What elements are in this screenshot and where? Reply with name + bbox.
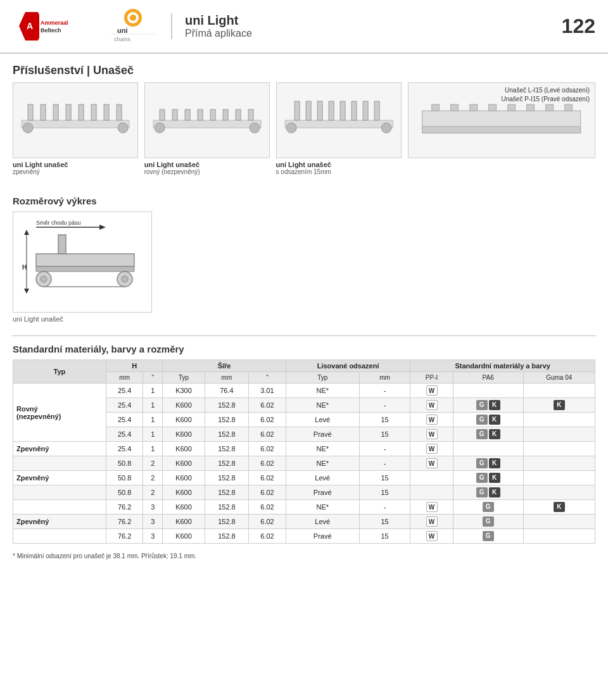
svg-text:uni: uni: [117, 27, 128, 34]
svg-rect-26: [198, 109, 203, 120]
th-typ: Typ: [13, 360, 106, 384]
cell-h-mm: 25.4: [106, 427, 143, 442]
product-label-1: uni Light unašeč zpevněný: [13, 161, 138, 175]
cell-lis-mm: 15: [359, 515, 410, 529]
th-guma: Guma 04: [523, 372, 595, 384]
th-sire-mm: mm: [205, 372, 249, 384]
footnote: * Minimální odsazení pro unašeč je 38.1 …: [0, 550, 608, 562]
svg-rect-11: [22, 120, 129, 128]
svg-rect-33: [285, 120, 393, 128]
cell-pa6: GK: [453, 413, 523, 427]
cell-ppi: [410, 471, 453, 485]
cell-type: [13, 500, 106, 515]
table-section: Standardní materiály, barvy a rozměry Ty…: [0, 344, 608, 550]
cell-lis-typ: Pravé: [286, 427, 359, 442]
cell-h-in: 1: [143, 442, 163, 456]
svg-rect-1: [39, 15, 87, 37]
cell-h-mm: 25.4: [106, 442, 143, 456]
cell-sire-in: 6.02: [249, 442, 286, 456]
cell-pa6: G: [453, 500, 523, 515]
cell-sire-in: 6.02: [249, 471, 286, 485]
cell-lis-mm: 15: [359, 471, 410, 485]
svg-rect-63: [36, 266, 134, 272]
cell-type: [13, 485, 106, 500]
header-title-sub: Přímá aplikace: [185, 28, 562, 39]
svg-rect-36: [317, 101, 322, 120]
cell-ppi: W: [410, 515, 453, 529]
table-header-row-1: Typ H Šíře Lisované odsazení Standardní …: [13, 360, 595, 372]
cell-guma: [523, 485, 595, 500]
cell-pa6: GK: [453, 456, 523, 471]
cell-lis-typ: NE*: [286, 500, 359, 515]
cell-type: Zpevněný: [13, 515, 106, 529]
svg-rect-25: [185, 109, 190, 120]
cell-lis-typ: Levé: [286, 413, 359, 427]
cell-h-in: 1: [143, 413, 163, 427]
svg-rect-14: [53, 104, 58, 120]
cell-h-in: 3: [143, 500, 163, 515]
cell-sire-typ: K600: [163, 413, 205, 427]
table-row: 50.82K600152.86.02Pravé15GK: [13, 485, 595, 500]
svg-point-7: [130, 15, 136, 21]
svg-rect-62: [58, 235, 66, 254]
cell-pa6: G: [453, 515, 523, 529]
cell-guma: [523, 413, 595, 427]
cell-sire-in: 3.01: [249, 384, 286, 398]
cell-pa6: GK: [453, 485, 523, 500]
cell-h-mm: 76.2: [106, 500, 143, 515]
cell-ppi: W: [410, 384, 453, 398]
svg-text:Směr chodu pásu: Směr chodu pásu: [36, 220, 81, 226]
svg-rect-38: [340, 101, 345, 120]
cell-h-mm: 76.2: [106, 529, 143, 544]
cell-lis-typ: NE*: [286, 456, 359, 471]
table-row: 50.82K600152.86.02NE*-WGK: [13, 456, 595, 471]
cell-sire-mm: 152.8: [205, 398, 249, 413]
cell-ppi: W: [410, 500, 453, 515]
cell-sire-typ: K600: [163, 427, 205, 442]
svg-rect-41: [374, 101, 379, 120]
cell-sire-typ: K600: [163, 515, 205, 529]
cell-lis-mm: 15: [359, 485, 410, 500]
cell-type: [13, 529, 106, 544]
cell-sire-mm: 152.8: [205, 500, 249, 515]
cell-guma: [523, 529, 595, 544]
svg-rect-45: [422, 127, 581, 133]
cell-lis-typ: Levé: [286, 515, 359, 529]
cell-sire-typ: K300: [163, 384, 205, 398]
header: Ammeraal Beltech A uni chains: [0, 0, 608, 54]
cell-h-in: 3: [143, 515, 163, 529]
cell-guma: [523, 471, 595, 485]
cell-sire-in: 6.02: [249, 456, 286, 471]
th-lis-mm: mm: [359, 372, 410, 384]
cell-sire-typ: K600: [163, 529, 205, 544]
svg-rect-34: [294, 101, 300, 120]
cell-lis-mm: 15: [359, 427, 410, 442]
cell-sire-mm: 152.8: [205, 515, 249, 529]
cell-type: Zpevněný: [13, 471, 106, 485]
svg-text:chains: chains: [114, 36, 131, 42]
cell-sire-typ: K600: [163, 485, 205, 500]
svg-rect-28: [223, 109, 228, 120]
cell-pa6: [453, 384, 523, 398]
cell-sire-typ: K600: [163, 500, 205, 515]
svg-rect-13: [41, 104, 46, 120]
cell-ppi: [410, 485, 453, 500]
page: Ammeraal Beltech A uni chains: [0, 0, 608, 562]
svg-rect-50: [508, 104, 516, 111]
th-lis: Lisované odsazení: [286, 360, 410, 372]
svg-rect-40: [363, 101, 368, 120]
logo-ammeraal-beltech: Ammeraal Beltech A: [13, 9, 89, 44]
cell-sire-in: 6.02: [249, 515, 286, 529]
product-image-4: Unašeč L-I15 (Levé odsazení) Unašeč P-I1…: [408, 82, 595, 158]
cell-h-in: 1: [143, 384, 163, 398]
section-heading: Příslušenství | Unašeč: [0, 54, 608, 82]
cell-guma: [523, 515, 595, 529]
cell-lis-typ: NE*: [286, 384, 359, 398]
cell-sire-typ: K600: [163, 456, 205, 471]
svg-rect-48: [470, 104, 478, 111]
svg-rect-53: [565, 104, 573, 111]
cell-guma: [523, 456, 595, 471]
svg-rect-12: [28, 104, 33, 120]
svg-point-65: [41, 276, 47, 282]
product-label-3: uni Light unašeč s odsazením 15mm: [276, 161, 402, 175]
